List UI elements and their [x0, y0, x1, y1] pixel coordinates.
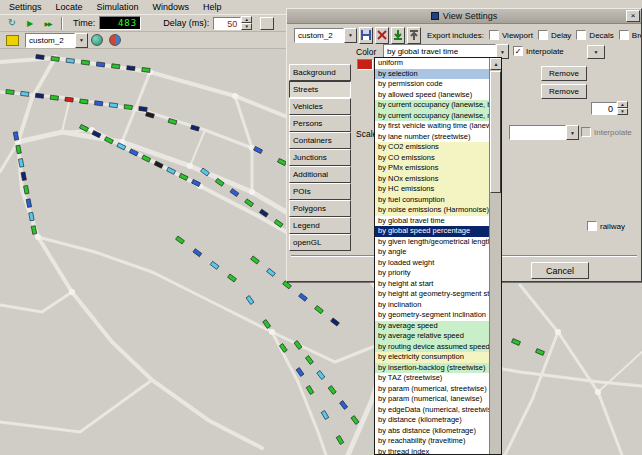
vehicle[interactable] — [96, 62, 104, 67]
menu-locate[interactable]: Locate — [49, 1, 90, 13]
tab-legend[interactable]: Legend — [289, 217, 351, 234]
dialog-scheme-combo[interactable]: custom_2 ▼ — [294, 28, 357, 43]
dropdown-scrollbar[interactable]: ▲ — [489, 58, 501, 454]
export-scheme-button[interactable] — [391, 27, 405, 44]
vehicle[interactable] — [6, 90, 14, 95]
scheme-combo[interactable]: custom_2 ▼ — [25, 33, 88, 48]
dropdown-option[interactable]: by CO2 emissions — [375, 142, 489, 153]
chevron-down-icon[interactable]: ▼ — [344, 28, 357, 43]
chevron-down-icon[interactable]: ▼ — [566, 125, 579, 140]
dropdown-option[interactable]: by abs distance (kilometrage) — [375, 426, 489, 437]
menu-settings[interactable]: Settings — [2, 1, 49, 13]
dropdown-option[interactable]: by average relative speed — [375, 331, 489, 342]
dropdown-option[interactable]: by electricity consumption — [375, 352, 489, 363]
import-scheme-button[interactable] — [407, 27, 421, 44]
vehicle[interactable] — [21, 91, 29, 96]
dropdown-option[interactable]: by height at geometry-segment start — [375, 289, 489, 300]
scrollbar-thumb[interactable] — [490, 71, 501, 193]
dropdown-option[interactable]: by first vehicle waiting time (lanewise) — [375, 121, 489, 132]
dropdown-option[interactable]: by allowed speed (lanewise) — [375, 90, 489, 101]
dropdown-option[interactable]: by PMx emissions — [375, 163, 489, 174]
threshold-spin-buttons[interactable]: ▲ ▼ — [617, 101, 628, 115]
remove-threshold-button[interactable]: Remove — [541, 84, 587, 99]
viewport-button[interactable] — [106, 33, 124, 48]
chevron-down-icon[interactable]: ▼ — [587, 45, 605, 59]
scroll-up-icon[interactable]: ▲ — [490, 58, 502, 70]
vehicle[interactable] — [35, 93, 43, 98]
spin-down-icon[interactable]: ▼ — [241, 23, 252, 30]
cancel-button[interactable]: Cancel — [531, 262, 589, 279]
dropdown-option[interactable]: by thread index — [375, 447, 489, 455]
tab-polygons[interactable]: Polygons — [289, 200, 351, 217]
dropdown-option[interactable]: by distance (kilometrage) — [375, 415, 489, 426]
dropdown-option[interactable]: by inclination — [375, 300, 489, 311]
tab-vehicles[interactable]: Vehicles — [289, 98, 351, 115]
step-button[interactable]: ▶▶ — [39, 16, 57, 31]
checkbox-breakpoints[interactable]: Breakpoints — [619, 30, 641, 40]
checkbox-delay[interactable]: Delay — [538, 30, 571, 40]
scale-scheme-combo[interactable]: ▼ — [509, 125, 579, 140]
delete-scheme-button[interactable] — [375, 27, 389, 44]
delay-spin-buttons[interactable]: ▲ ▼ — [241, 16, 252, 30]
tab-pois[interactable]: POIs — [289, 183, 351, 200]
dropdown-option[interactable]: by priority — [375, 268, 489, 279]
spin-down-icon[interactable]: ▼ — [617, 108, 628, 115]
vehicle[interactable] — [124, 105, 132, 110]
checkbox-viewport[interactable]: Viewport — [489, 30, 533, 40]
view-settings-button[interactable] — [88, 33, 106, 48]
delay-input[interactable]: 50 — [213, 17, 241, 30]
dropdown-option[interactable]: by angle — [375, 247, 489, 258]
vehicle[interactable] — [127, 66, 135, 71]
tab-junctions[interactable]: Junctions — [289, 149, 351, 166]
threshold-input[interactable]: 0 — [591, 102, 617, 115]
dropdown-option[interactable]: by given length/geometrical length — [375, 237, 489, 248]
dropdown-option[interactable]: by height at start — [375, 279, 489, 290]
tab-persons[interactable]: Persons — [289, 115, 351, 132]
tab-additional[interactable]: Additional — [289, 166, 351, 183]
dropdown-option[interactable]: by insertion-backlog (streetwise) — [375, 363, 489, 374]
dropdown-option[interactable]: by average speed — [375, 321, 489, 332]
delay-spinner[interactable]: 50 ▲ ▼ — [213, 16, 252, 30]
dropdown-option[interactable]: by param (numerical, streetwise) — [375, 384, 489, 395]
spin-up-icon[interactable]: ▲ — [241, 16, 252, 23]
save-scheme-button[interactable] — [359, 27, 373, 44]
dropdown-option[interactable]: by HC emissions — [375, 184, 489, 195]
vehicle[interactable] — [139, 107, 147, 112]
dropdown-option[interactable]: by geometry-segment inclination — [375, 310, 489, 321]
vehicle[interactable] — [94, 101, 102, 106]
tab-opengl[interactable]: openGL — [289, 234, 351, 251]
interpolate-checkbox[interactable]: ✓ Interpolate — [513, 46, 564, 56]
close-icon[interactable]: × — [626, 10, 640, 22]
dialog-titlebar[interactable]: View Settings × — [287, 9, 641, 24]
scheme-combo-value[interactable]: custom_2 — [25, 33, 75, 48]
dropdown-option[interactable]: by param (numerical, lanewise) — [375, 394, 489, 405]
checkbox-decals[interactable]: Decals — [576, 30, 613, 40]
dropdown-option[interactable]: by reachability (traveltime) — [375, 436, 489, 447]
vehicle[interactable] — [142, 68, 150, 73]
threshold-color-swatch[interactable] — [357, 59, 373, 70]
tab-streets[interactable]: Streets — [289, 81, 351, 98]
vehicle[interactable] — [112, 64, 120, 69]
dropdown-option[interactable]: by permission code — [375, 79, 489, 90]
railway-checkbox[interactable]: railway — [587, 221, 625, 231]
dropdown-option[interactable]: by lane number (streetwise) — [375, 132, 489, 143]
menu-help[interactable]: Help — [196, 1, 229, 13]
vehicle[interactable] — [50, 95, 58, 100]
spin-up-icon[interactable]: ▲ — [617, 101, 628, 108]
dropdown-option[interactable]: by global travel time — [375, 216, 489, 227]
vehicle[interactable] — [109, 103, 117, 108]
dropdown-option[interactable]: by fuel consumption — [375, 195, 489, 206]
dropdown-option[interactable]: by global speed percentage — [375, 226, 489, 237]
dropdown-option[interactable]: by routing device assumed speed — [375, 342, 489, 353]
vehicle[interactable] — [51, 56, 59, 61]
dropdown-option[interactable]: by NOx emissions — [375, 174, 489, 185]
threshold-spinner[interactable]: 0 ▲ ▼ — [591, 101, 628, 115]
dropdown-option[interactable]: by loaded weight — [375, 258, 489, 269]
tab-containers[interactable]: Containers — [289, 132, 351, 149]
reload-button[interactable]: ↻ — [3, 16, 21, 31]
dropdown-option[interactable]: by TAZ (streetwise) — [375, 373, 489, 384]
dialog-scheme-value[interactable]: custom_2 — [294, 28, 344, 43]
menu-windows[interactable]: Windows — [146, 1, 197, 13]
dropdown-option[interactable]: uniform — [375, 58, 489, 69]
dropdown-option[interactable]: by current occupancy (lanewise, brutto) — [375, 100, 489, 111]
